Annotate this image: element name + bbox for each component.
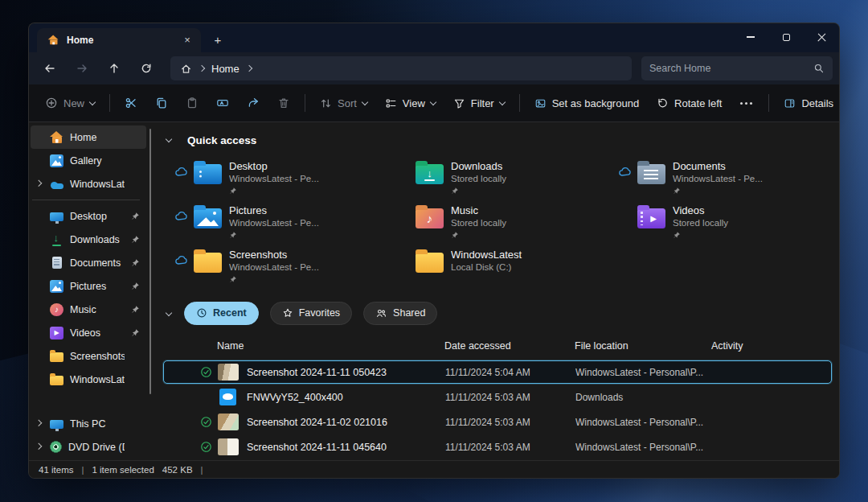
table-row[interactable]: Screenshot 2024-11-11 045640 11/11/2024 …: [163, 435, 832, 459]
view-button[interactable]: View: [377, 89, 444, 117]
sidebar-item[interactable]: [31, 195, 146, 204]
search-icon[interactable]: [813, 63, 825, 74]
pin-icon: [131, 212, 140, 220]
sidebar-item[interactable]: Desktop: [31, 204, 146, 228]
quick-access-tile[interactable]: Screenshots WindowsLatest - Pe...: [174, 245, 382, 287]
pin-icon: [131, 328, 140, 337]
sidebar-item[interactable]: Videos: [31, 321, 146, 344]
maximize-button[interactable]: [768, 23, 804, 51]
file-date-accessed: 11/11/2024 5:03 AM: [445, 442, 575, 453]
details-button[interactable]: Details: [776, 89, 840, 117]
sidebar-item[interactable]: [31, 391, 146, 412]
file-name: Screenshot 2024-11-11 050423: [247, 367, 445, 378]
quick-access-title: Quick access: [187, 134, 256, 146]
tab-shared[interactable]: Shared: [363, 302, 437, 325]
rotate-left-label: Rotate left: [674, 97, 722, 109]
close-button[interactable]: [804, 23, 839, 51]
sidebar-item[interactable]: Screenshots: [31, 344, 146, 368]
sidebar-item-icon: [50, 280, 63, 293]
table-row[interactable]: Screenshot 2024-11-11 050423 11/11/2024 …: [163, 360, 832, 384]
sidebar-item[interactable]: Home: [31, 126, 146, 149]
sidebar-item[interactable]: Music: [31, 298, 146, 321]
chevron-right-icon: [199, 65, 205, 72]
new-button[interactable]: New: [37, 89, 103, 117]
items-count: 41 items: [39, 465, 73, 475]
status-divider: |: [201, 465, 203, 475]
quick-access-tile[interactable]: WindowsLatest Local Disk (C:): [396, 245, 604, 287]
sort-button[interactable]: Sort: [312, 89, 375, 117]
sidebar-item[interactable]: Downloads: [31, 228, 146, 251]
sidebar-scrollbar[interactable]: [149, 129, 152, 394]
sidebar-item-icon: [50, 420, 63, 429]
quick-access-tile[interactable]: Downloads Stored locally: [396, 156, 604, 199]
set-as-background-label: Set as background: [552, 97, 639, 109]
sidebar-item[interactable]: Documents: [31, 251, 146, 274]
new-tab-button[interactable]: +: [207, 31, 228, 50]
tab-recent[interactable]: Recent: [184, 302, 259, 325]
toolbar-divider: [109, 94, 110, 112]
title-bar[interactable]: Home × +: [29, 23, 839, 52]
rotate-left-button[interactable]: Rotate left: [649, 89, 730, 117]
filter-funnel-icon: [453, 97, 465, 109]
sidebar-item[interactable]: This PC: [31, 412, 146, 435]
chevron-right-icon: [245, 65, 252, 72]
search-input[interactable]: [649, 63, 813, 74]
collapse-chevron-icon[interactable]: [166, 135, 172, 142]
quick-access-tile[interactable]: Documents WindowsLatest - Pe...: [618, 156, 825, 199]
tab-favorites[interactable]: Favorites: [270, 302, 352, 325]
explorer-tab-home[interactable]: Home ×: [37, 28, 201, 52]
breadcrumb[interactable]: Home: [170, 56, 632, 80]
sidebar-item[interactable]: DVD Drive (D:) C: [31, 435, 146, 459]
quick-access-tile[interactable]: Pictures WindowsLatest - Pe...: [174, 200, 382, 243]
refresh-button[interactable]: [132, 56, 161, 81]
expand-chevron-icon[interactable]: [35, 443, 42, 450]
file-location: WindowsLatest - Personal\P...: [575, 417, 712, 428]
forward-button[interactable]: [68, 56, 96, 81]
table-row[interactable]: FNWVyY52_400x400 11/11/2024 5:03 AM Down…: [163, 385, 832, 409]
breadcrumb-item-home[interactable]: Home: [211, 63, 240, 75]
up-button[interactable]: [100, 56, 129, 81]
column-header-activity[interactable]: Activity: [711, 340, 839, 352]
expand-chevron-icon[interactable]: [35, 420, 42, 426]
folder-icon: [637, 164, 665, 184]
column-header-name[interactable]: Name: [217, 340, 444, 352]
toolbar-divider: [768, 94, 769, 112]
paste-button[interactable]: [178, 89, 207, 117]
image-icon: [534, 97, 547, 109]
quick-access-tile[interactable]: Desktop WindowsLatest - Pe...: [174, 156, 382, 199]
chevron-down-icon: [430, 98, 436, 105]
sidebar-item[interactable]: Pictures: [31, 274, 146, 298]
table-row[interactable]: Screenshot 2024-11-02 021016 11/11/2024 …: [163, 410, 832, 434]
file-location: WindowsLatest - Personal\P...: [575, 442, 712, 453]
sidebar-item-label: Pictures: [70, 281, 125, 292]
search-box[interactable]: [641, 56, 833, 80]
set-as-background-button[interactable]: Set as background: [526, 89, 647, 117]
tab-shared-label: Shared: [393, 307, 425, 319]
tab-favorites-label: Favorites: [299, 307, 340, 319]
share-button[interactable]: [239, 89, 268, 117]
cut-button[interactable]: [117, 89, 145, 117]
sidebar-item[interactable]: Gallery: [31, 149, 146, 172]
delete-button[interactable]: [269, 89, 298, 117]
quick-access-tile[interactable]: Music Stored locally: [396, 200, 604, 243]
copy-button[interactable]: [147, 89, 176, 117]
sidebar-item[interactable]: WindowsLatest: [31, 172, 146, 195]
quick-access-grid: Desktop WindowsLatest - Pe... Downloads …: [174, 156, 839, 287]
file-thumbnail: [218, 438, 239, 455]
more-options-button[interactable]: [731, 89, 760, 117]
rename-button[interactable]: [208, 89, 237, 117]
details-label: Details: [801, 97, 833, 109]
pin-icon: [131, 305, 140, 314]
file-date-accessed: 11/11/2024 5:03 AM: [445, 392, 575, 403]
column-header-date-accessed[interactable]: Date accessed: [444, 340, 575, 352]
expand-chevron-icon[interactable]: [35, 180, 42, 187]
star-icon: [282, 307, 293, 319]
sidebar-item[interactable]: WindowsLatest: [31, 368, 146, 391]
collapse-chevron-icon[interactable]: [166, 310, 172, 316]
back-button[interactable]: [35, 56, 64, 81]
quick-access-tile[interactable]: Videos Stored locally: [618, 200, 825, 243]
minimize-button[interactable]: [733, 23, 768, 51]
filter-button[interactable]: Filter: [445, 89, 513, 117]
tab-close-icon[interactable]: ×: [180, 33, 194, 47]
column-header-file-location[interactable]: File location: [575, 340, 711, 352]
